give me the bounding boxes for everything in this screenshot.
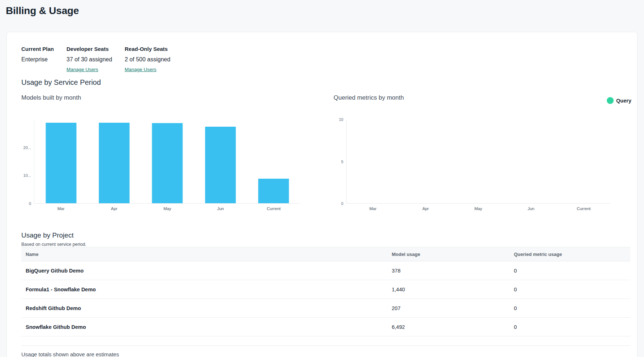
queried-metric-usage-cell: 0 [514, 324, 630, 330]
table-header-cell: Model usage [392, 252, 514, 257]
bar-mar [46, 123, 76, 203]
model-usage-cell: 6,492 [392, 324, 514, 330]
y-tick-label: 10 [339, 117, 343, 122]
models-built-plot: 010...20... MarAprMayJunCurrent [21, 119, 300, 204]
project-name-cell: Formula1 - Snowflake Demo [21, 287, 392, 292]
table-header-cell: Queried metric usage [514, 252, 630, 257]
bar-jun [205, 127, 236, 203]
current-plan-value: Enterprise [21, 56, 54, 63]
project-name-cell: Snowflake Github Demo [21, 324, 392, 330]
developer-seats-value: 37 of 30 assigned [66, 56, 112, 63]
x-axis-label: Jun [217, 206, 224, 211]
readonly-seats-summary: Read-Only Seats 2 of 500 assigned Manage… [125, 46, 170, 73]
manage-readonly-users-link[interactable]: Manage Users [125, 67, 156, 72]
x-axis-label: Current [267, 206, 280, 211]
usage-by-project-table: NameModel usageQueried metric usage BigQ… [21, 247, 630, 346]
current-plan-label: Current Plan [21, 46, 54, 52]
project-name-cell: BigQuery Github Demo [21, 268, 392, 274]
developer-seats-label: Developer Seats [66, 46, 112, 52]
x-axis-label: Jun [528, 206, 534, 211]
bar-apr [99, 123, 129, 203]
project-name-cell: Redshift Github Demo [21, 305, 392, 311]
usage-estimates-note: Usage totals shown above are estimates [21, 351, 119, 357]
x-axis-label: Current [577, 206, 591, 211]
models-built-chart: Models built by month 010...20... MarApr… [21, 93, 300, 102]
y-tick-label: 20... [23, 145, 31, 150]
query-legend-label: Query [616, 98, 631, 104]
y-axis: 010...20... [21, 119, 34, 204]
model-usage-cell: 1,440 [392, 287, 514, 292]
y-tick-label: 0 [29, 201, 31, 206]
current-plan-summary: Current Plan Enterprise [21, 46, 54, 63]
readonly-seats-label: Read-Only Seats [125, 46, 170, 52]
bar-may [152, 123, 183, 203]
billing-card: Current Plan Enterprise Developer Seats … [7, 32, 637, 357]
query-legend: Query [607, 97, 631, 104]
page-title: Billing & Usage [6, 5, 79, 17]
queried-metrics-chart: Queried metrics by month 0510 MarAprMayJ… [334, 93, 610, 102]
queried-metric-usage-cell: 0 [514, 305, 630, 311]
query-legend-dot-icon [607, 97, 614, 104]
queried-metric-usage-cell: 0 [514, 268, 630, 274]
x-axis-label: May [163, 206, 171, 211]
table-row: Snowflake Github Demo6,4920 [21, 318, 630, 336]
bar-current [258, 179, 289, 203]
x-axis-label: Mar [57, 206, 65, 211]
y-axis: 0510 [334, 119, 346, 204]
queried-metrics-plot: 0510 MarAprMayJunCurrent [334, 119, 610, 204]
x-axis-label: Apr [422, 206, 429, 211]
model-usage-cell: 207 [392, 305, 514, 311]
table-header-row: NameModel usageQueried metric usage [21, 247, 630, 261]
y-tick-label: 5 [341, 160, 343, 164]
model-usage-cell: 378 [392, 268, 514, 274]
queried-metrics-chart-title: Queried metrics by month [334, 93, 610, 102]
y-tick-label: 10... [23, 173, 31, 178]
table-row: BigQuery Github Demo3780 [21, 261, 630, 280]
usage-by-project-subtitle: Based on current service period. [21, 242, 86, 247]
x-axis-label: Mar [369, 206, 377, 211]
table-header-cell: Name [21, 252, 392, 257]
developer-seats-summary: Developer Seats 37 of 30 assigned Manage… [66, 46, 112, 73]
readonly-seats-value: 2 of 500 assigned [125, 56, 170, 63]
table-row: Redshift Github Demo2070 [21, 299, 630, 318]
table-row: Formula1 - Snowflake Demo1,4400 [21, 280, 630, 299]
usage-by-service-period-heading: Usage by Service Period [21, 78, 101, 87]
plot-area: MarAprMayJunCurrent [34, 119, 300, 204]
table-empty-row [21, 336, 630, 346]
x-axis-label: Apr [111, 206, 117, 211]
y-tick-label: 0 [341, 201, 343, 206]
models-built-chart-title: Models built by month [21, 93, 300, 102]
manage-developer-users-link[interactable]: Manage Users [66, 67, 98, 72]
plot-area: MarAprMayJunCurrent [346, 119, 610, 204]
x-axis-label: May [475, 206, 482, 211]
queried-metric-usage-cell: 0 [514, 287, 630, 292]
usage-by-project-heading: Usage by Project [21, 231, 74, 239]
